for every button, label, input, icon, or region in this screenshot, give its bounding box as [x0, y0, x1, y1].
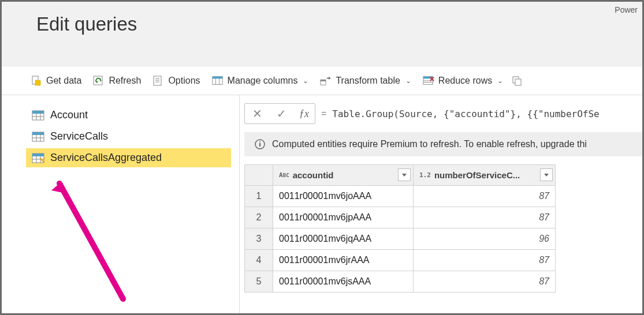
chevron-down-icon: ⌄ [497, 77, 503, 85]
premium-notice: Computed entities require Premium to ref… [244, 132, 642, 156]
query-label: Account [50, 109, 88, 121]
formula-fx-button[interactable]: ƒx [293, 108, 315, 120]
table-cell[interactable]: 0011r00001mv6jsAAA [273, 271, 414, 292]
column-header-numberofservicec[interactable]: 1.2 numberOfServiceC... [414, 164, 556, 186]
column-filter-button[interactable] [540, 168, 553, 181]
data-grid: ABC accountid 1.2 numberOfServiceC... 10… [244, 164, 642, 292]
options-label: Options [168, 76, 200, 86]
svg-point-38 [259, 141, 260, 142]
column-filter-button[interactable] [398, 168, 411, 181]
svg-marker-40 [402, 174, 407, 177]
table-cell[interactable]: 87 [414, 207, 556, 228]
query-item-account[interactable]: Account [26, 106, 231, 125]
refresh-button[interactable]: Refresh [87, 66, 147, 95]
svg-rect-9 [212, 76, 222, 78]
table-cell[interactable]: 96 [414, 228, 556, 250]
transform-table-label: Transform table [336, 76, 400, 86]
close-icon: ✕ [252, 107, 262, 121]
query-item-servicecalls[interactable]: ServiceCalls [26, 127, 231, 146]
equals-label: = [321, 108, 326, 119]
row-index-header [244, 164, 273, 186]
computed-table-icon [32, 153, 44, 163]
query-label: ServiceCallsAggregated [50, 152, 162, 164]
table-cell[interactable]: 0011r00001mv6joAAA [273, 186, 414, 207]
page-title: Edit queries [36, 13, 642, 35]
transform-table-icon [320, 75, 332, 87]
svg-rect-21 [515, 79, 521, 85]
reduce-rows-label: Reduce rows [438, 76, 492, 86]
info-icon [255, 139, 265, 149]
options-icon [152, 75, 164, 87]
manage-columns-button[interactable]: Manage columns ⌄ [206, 66, 315, 95]
svg-rect-33 [32, 153, 44, 156]
table-icon [32, 110, 44, 121]
reduce-rows-icon [423, 75, 434, 87]
query-item-servicecallsaggregated[interactable]: ServiceCallsAggregated [26, 148, 231, 167]
svg-rect-28 [32, 132, 44, 135]
table-cell[interactable]: 87 [414, 186, 556, 207]
app-name-label: Power [615, 5, 638, 14]
options-button[interactable]: Options [147, 66, 206, 95]
formula-input[interactable] [332, 106, 638, 122]
svg-rect-4 [154, 76, 161, 85]
row-index[interactable]: 2 [244, 207, 273, 228]
chevron-down-icon: ⌄ [303, 77, 308, 85]
formula-commit-button[interactable]: ✓ [269, 103, 293, 124]
row-index[interactable]: 3 [244, 228, 273, 250]
column-header-label: accountid [293, 170, 334, 180]
column-header-accountid[interactable]: ABC accountid [273, 164, 414, 186]
chevron-down-icon: ⌄ [405, 77, 411, 85]
get-data-label: Get data [46, 76, 81, 86]
svg-rect-39 [259, 143, 260, 147]
table-cell[interactable]: 0011r00001mv6jqAAA [273, 228, 414, 250]
row-index[interactable]: 4 [244, 250, 273, 271]
svg-rect-13 [321, 80, 326, 81]
table-cell[interactable]: 87 [414, 250, 556, 271]
refresh-icon [93, 75, 105, 87]
svg-rect-1 [35, 80, 40, 85]
notice-text: Computed entities require Premium to ref… [272, 139, 587, 149]
check-icon: ✓ [277, 107, 286, 121]
get-data-icon [31, 75, 42, 87]
table-cell[interactable]: 0011r00001mv6jpAAA [273, 207, 414, 228]
column-type-decimal-icon: 1.2 [419, 171, 431, 179]
main-panel: ✕ ✓ ƒx = Computed entities require Premi… [240, 95, 642, 313]
row-index[interactable]: 1 [244, 186, 273, 207]
refresh-label: Refresh [109, 76, 141, 86]
table-cell[interactable]: 0011r00001mv6jrAAA [273, 250, 414, 271]
query-label: ServiceCalls [50, 130, 108, 142]
manage-columns-label: Manage columns [228, 76, 298, 86]
table-icon [32, 132, 44, 142]
toolbar: Get data Refresh Options Manage columns … [2, 66, 642, 95]
table-cell[interactable]: 87 [414, 271, 556, 292]
column-header-label: numberOfServiceC... [434, 170, 520, 180]
svg-rect-23 [32, 111, 44, 114]
get-data-button[interactable]: Get data [25, 66, 87, 95]
transform-table-button[interactable]: Transform table ⌄ [314, 66, 416, 95]
svg-marker-41 [544, 174, 549, 177]
queries-sidebar: Account ServiceCalls ServiceCallsAggrega… [2, 95, 240, 313]
overflow-button[interactable] [509, 66, 525, 95]
row-index[interactable]: 5 [244, 271, 273, 292]
manage-columns-icon [212, 75, 224, 87]
formula-cancel-button[interactable]: ✕ [245, 103, 269, 124]
overflow-icon [511, 75, 523, 87]
column-type-text-icon: ABC [279, 171, 289, 179]
reduce-rows-button[interactable]: Reduce rows ⌄ [417, 66, 509, 95]
